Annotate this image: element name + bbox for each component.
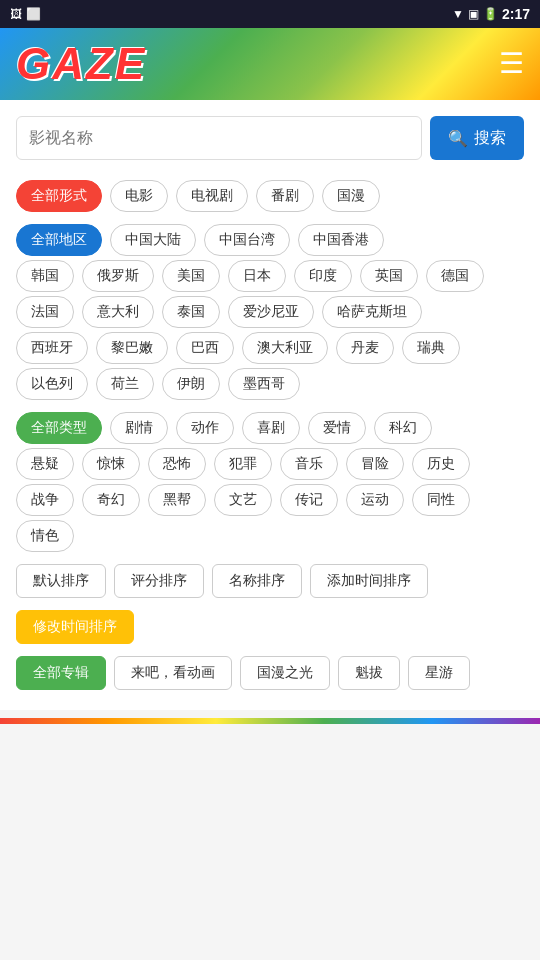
form-filter: 全部形式 电影 电视剧 番剧 国漫	[16, 180, 524, 212]
status-icons: 🖼 ⬜	[10, 7, 41, 21]
battery-icon: 🔋	[483, 7, 498, 21]
tag-korea[interactable]: 韩国	[16, 260, 74, 292]
tag-crime[interactable]: 犯罪	[214, 448, 272, 480]
tag-anime[interactable]: 番剧	[256, 180, 314, 212]
tag-thailand[interactable]: 泰国	[162, 296, 220, 328]
special-kuiba[interactable]: 魁拔	[338, 656, 400, 690]
tag-netherlands[interactable]: 荷兰	[96, 368, 154, 400]
tag-all-region[interactable]: 全部地区	[16, 224, 102, 256]
tag-all-genre[interactable]: 全部类型	[16, 412, 102, 444]
genre-row-4: 情色	[16, 520, 524, 552]
clock: 2:17	[502, 6, 530, 22]
tag-chinese-anime[interactable]: 国漫	[322, 180, 380, 212]
tag-france[interactable]: 法国	[16, 296, 74, 328]
tag-all-form[interactable]: 全部形式	[16, 180, 102, 212]
sort-add-time[interactable]: 添加时间排序	[310, 564, 428, 598]
tag-russia[interactable]: 俄罗斯	[82, 260, 154, 292]
bottom-color-bar	[0, 718, 540, 724]
tag-adventure[interactable]: 冒险	[346, 448, 404, 480]
sim-icon: ▣	[468, 7, 479, 21]
form-tag-row: 全部形式 电影 电视剧 番剧 国漫	[16, 180, 524, 212]
tag-mexico[interactable]: 墨西哥	[228, 368, 300, 400]
special-animation[interactable]: 来吧，看动画	[114, 656, 232, 690]
tag-sports[interactable]: 运动	[346, 484, 404, 516]
sort-modify-time[interactable]: 修改时间排序	[16, 610, 134, 644]
sort-name[interactable]: 名称排序	[212, 564, 302, 598]
status-bar: 🖼 ⬜ ▼ ▣ 🔋 2:17	[0, 0, 540, 28]
search-icon: 🔍	[448, 129, 468, 148]
tag-japan[interactable]: 日本	[228, 260, 286, 292]
tag-sweden[interactable]: 瑞典	[402, 332, 460, 364]
tag-gangster[interactable]: 黑帮	[148, 484, 206, 516]
tag-italy[interactable]: 意大利	[82, 296, 154, 328]
wifi-icon: ▼	[452, 7, 464, 21]
tag-china-mainland[interactable]: 中国大陆	[110, 224, 196, 256]
tag-estonia[interactable]: 爱沙尼亚	[228, 296, 314, 328]
genre-filter: 全部类型 剧情 动作 喜剧 爱情 科幻 悬疑 惊悚 恐怖 犯罪 音乐 冒险 历史…	[16, 412, 524, 552]
special-all[interactable]: 全部专辑	[16, 656, 106, 690]
tag-war[interactable]: 战争	[16, 484, 74, 516]
region-row-3: 法国 意大利 泰国 爱沙尼亚 哈萨克斯坦	[16, 296, 524, 328]
region-row-5: 以色列 荷兰 伊朗 墨西哥	[16, 368, 524, 400]
tag-erotic[interactable]: 情色	[16, 520, 74, 552]
header: GAZE ☰	[0, 28, 540, 100]
region-row-1: 全部地区 中国大陆 中国台湾 中国香港	[16, 224, 524, 256]
right-status-icons: ▼ ▣ 🔋 2:17	[452, 6, 530, 22]
gallery-icon: 🖼	[10, 7, 22, 21]
genre-row-1: 全部类型 剧情 动作 喜剧 爱情 科幻	[16, 412, 524, 444]
main-content: 🔍 搜索 全部形式 电影 电视剧 番剧 国漫 全部地区 中国大陆 中国台湾 中国…	[0, 100, 540, 710]
logo: GAZE	[16, 39, 146, 89]
tag-drama[interactable]: 剧情	[110, 412, 168, 444]
tag-lebanon[interactable]: 黎巴嫩	[96, 332, 168, 364]
tag-mystery[interactable]: 悬疑	[16, 448, 74, 480]
genre-row-2: 悬疑 惊悚 恐怖 犯罪 音乐 冒险 历史	[16, 448, 524, 480]
square-icon: ⬜	[26, 7, 41, 21]
tag-tv[interactable]: 电视剧	[176, 180, 248, 212]
tag-usa[interactable]: 美国	[162, 260, 220, 292]
tag-action[interactable]: 动作	[176, 412, 234, 444]
tag-art[interactable]: 文艺	[214, 484, 272, 516]
tag-thriller[interactable]: 惊悚	[82, 448, 140, 480]
tag-china-hk[interactable]: 中国香港	[298, 224, 384, 256]
tag-kazakhstan[interactable]: 哈萨克斯坦	[322, 296, 422, 328]
tag-iran[interactable]: 伊朗	[162, 368, 220, 400]
tag-india[interactable]: 印度	[294, 260, 352, 292]
search-bar: 🔍 搜索	[16, 116, 524, 160]
region-filter: 全部地区 中国大陆 中国台湾 中国香港 韩国 俄罗斯 美国 日本 印度 英国 德…	[16, 224, 524, 400]
tag-romance[interactable]: 爱情	[308, 412, 366, 444]
menu-icon[interactable]: ☰	[499, 50, 524, 78]
tag-scifi[interactable]: 科幻	[374, 412, 432, 444]
tag-music[interactable]: 音乐	[280, 448, 338, 480]
tag-horror[interactable]: 恐怖	[148, 448, 206, 480]
tag-comedy[interactable]: 喜剧	[242, 412, 300, 444]
special-chinese-anime[interactable]: 国漫之光	[240, 656, 330, 690]
tag-brazil[interactable]: 巴西	[176, 332, 234, 364]
tag-spain[interactable]: 西班牙	[16, 332, 88, 364]
tag-fantasy[interactable]: 奇幻	[82, 484, 140, 516]
sort-default[interactable]: 默认排序	[16, 564, 106, 598]
genre-row-3: 战争 奇幻 黑帮 文艺 传记 运动 同性	[16, 484, 524, 516]
tag-lgbt[interactable]: 同性	[412, 484, 470, 516]
tag-history[interactable]: 历史	[412, 448, 470, 480]
special-xingyou[interactable]: 星游	[408, 656, 470, 690]
tag-biography[interactable]: 传记	[280, 484, 338, 516]
tag-uk[interactable]: 英国	[360, 260, 418, 292]
search-button[interactable]: 🔍 搜索	[430, 116, 524, 160]
special-section: 全部专辑 来吧，看动画 国漫之光 魁拔 星游	[16, 656, 524, 690]
region-row-4: 西班牙 黎巴嫩 巴西 澳大利亚 丹麦 瑞典	[16, 332, 524, 364]
sort-rating[interactable]: 评分排序	[114, 564, 204, 598]
sort-options: 默认排序 评分排序 名称排序 添加时间排序	[16, 564, 524, 598]
search-input[interactable]	[16, 116, 422, 160]
tag-germany[interactable]: 德国	[426, 260, 484, 292]
tag-denmark[interactable]: 丹麦	[336, 332, 394, 364]
region-row-2: 韩国 俄罗斯 美国 日本 印度 英国 德国	[16, 260, 524, 292]
search-button-label: 搜索	[474, 128, 506, 149]
tag-australia[interactable]: 澳大利亚	[242, 332, 328, 364]
sort-options-2: 修改时间排序	[16, 610, 524, 644]
tag-china-taiwan[interactable]: 中国台湾	[204, 224, 290, 256]
tag-movie[interactable]: 电影	[110, 180, 168, 212]
tag-israel[interactable]: 以色列	[16, 368, 88, 400]
